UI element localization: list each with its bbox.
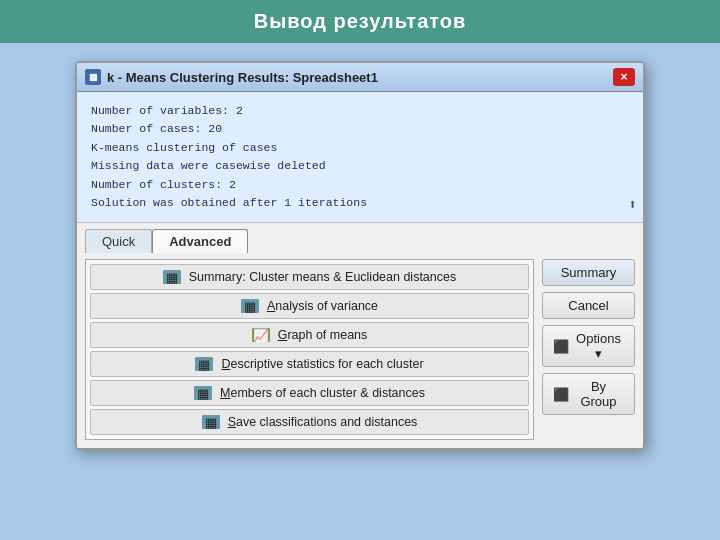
output-area: Number of variables: 2 Number of cases: … [77, 92, 643, 223]
dialog-title-text: k - Means Clustering Results: Spreadshee… [107, 70, 378, 85]
anova-button[interactable]: ▦ Analysis of variance [90, 293, 529, 319]
dialog-body: ▦ Summary: Cluster means & Euclidean dis… [77, 253, 643, 448]
top-bar: Вывод результатов [0, 0, 720, 43]
summary-button[interactable]: Summary [542, 259, 635, 286]
by-group-button[interactable]: ⬛ By Group [542, 373, 635, 415]
dialog-window: ▦ k - Means Clustering Results: Spreadsh… [75, 61, 645, 450]
summary-cluster-button[interactable]: ▦ Summary: Cluster means & Euclidean dis… [90, 264, 529, 290]
output-line-4: Missing data were casewise deleted [91, 157, 629, 175]
right-panel: Summary Cancel ⬛ Options ▾ ⬛ By Group [538, 253, 643, 448]
dialog-titlebar: ▦ k - Means Clustering Results: Spreadsh… [77, 63, 643, 92]
output-line-2: Number of cases: 20 [91, 120, 629, 138]
page-title: Вывод результатов [254, 10, 467, 32]
options-button[interactable]: ⬛ Options ▾ [542, 325, 635, 367]
output-line-5: Number of clusters: 2 [91, 176, 629, 194]
output-line-3: K-means clustering of cases [91, 139, 629, 157]
save-classifications-button[interactable]: ▦ Save classifications and distances [90, 409, 529, 435]
left-panel: ▦ Summary: Cluster means & Euclidean dis… [85, 259, 534, 440]
output-line-6: Solution was obtained after 1 iterations [91, 194, 629, 212]
scroll-icon: ⬆ [629, 194, 637, 216]
dialog-icon: ▦ [85, 69, 101, 85]
anova-icon: ▦ [241, 299, 259, 313]
desc-stats-button[interactable]: ▦ Descriptive statistics for each cluste… [90, 351, 529, 377]
desc-stats-icon: ▦ [195, 357, 213, 371]
tab-advanced[interactable]: Advanced [152, 229, 248, 253]
output-line-1: Number of variables: 2 [91, 102, 629, 120]
cancel-button[interactable]: Cancel [542, 292, 635, 319]
summary-cluster-icon: ▦ [163, 270, 181, 284]
save-classifications-icon: ▦ [202, 415, 220, 429]
graph-means-button[interactable]: 📈 Graph of means [90, 322, 529, 348]
tabs-row: Quick Advanced [77, 223, 643, 253]
close-button[interactable]: × [613, 68, 635, 86]
dialog-title: ▦ k - Means Clustering Results: Spreadsh… [85, 69, 378, 85]
tab-quick[interactable]: Quick [85, 229, 152, 253]
members-distances-icon: ▦ [194, 386, 212, 400]
graph-means-icon: 📈 [252, 328, 270, 342]
members-distances-button[interactable]: ▦ Members of each cluster & distances [90, 380, 529, 406]
